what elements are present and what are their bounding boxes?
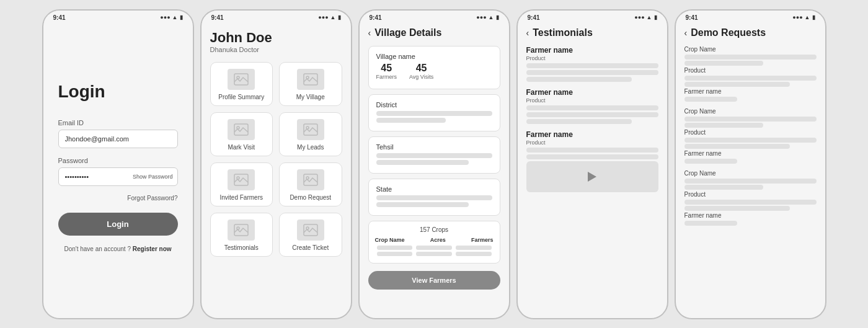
signal-icon-5: ●●● [792, 14, 802, 20]
farmer-name-3: Farmer name [526, 130, 658, 139]
avg-visits-count: 45 [416, 63, 427, 74]
village-stats: 45 Farmers 45 Avg Visits [376, 63, 492, 80]
acres-header: Acres [430, 237, 446, 243]
svg-point-11 [306, 177, 309, 179]
demo-item-2: Crop Name Product Farmer name [684, 108, 817, 164]
t2-bar-1 [526, 105, 658, 110]
view-farmers-button[interactable]: View Farmers [368, 271, 500, 290]
user-name: John Doe [210, 30, 342, 46]
testimonials-title: Testimonials [533, 27, 593, 38]
demo-farmer-bar-2 [684, 159, 737, 164]
village-name-label: Village name [376, 53, 492, 60]
time-2: 9:41 [211, 14, 224, 21]
tehsil-label: Tehsil [376, 143, 492, 151]
svg-point-13 [237, 227, 239, 229]
time-5: 9:41 [686, 14, 698, 21]
menu-label-markvisit: Mark Visit [228, 144, 255, 151]
forgot-password-link[interactable]: Forgot Password? [58, 195, 178, 202]
demo-product-label-1: Product [684, 67, 817, 74]
demo-farmer-label-3: Farmer name [684, 212, 817, 219]
demo-product-bar-1a [684, 76, 817, 81]
menu-item-profile[interactable]: Profile Summary [210, 62, 273, 106]
back-header-village: ‹ Village Details [368, 27, 500, 38]
crop-name-header: Crop Name [375, 237, 405, 243]
demo-product-bar-3b [684, 206, 790, 211]
signal-icon-3: ●●● [476, 14, 486, 20]
testimonial-2: Farmer name Product [526, 88, 658, 124]
time-4: 9:41 [528, 14, 540, 21]
village-title: Village Details [374, 27, 441, 38]
farmers-count: 45 [381, 63, 392, 74]
status-icons-1: ●●● ▲ ▮ [160, 14, 182, 20]
menu-label-farmers: Invited Farmers [220, 194, 263, 201]
state-card: State [368, 179, 500, 216]
menu-item-testimonials[interactable]: Testimonials [210, 213, 273, 257]
email-label: Email ID [58, 119, 178, 126]
village-screen: 9:41 ●●● ▲ ▮ ‹ Village Details Village n… [358, 9, 510, 319]
menu-icon-profile [228, 69, 255, 90]
menu-icon-leads [297, 119, 324, 140]
menu-item-demo[interactable]: Demo Request [279, 162, 342, 206]
password-wrapper: Show Password [58, 167, 178, 186]
back-arrow-testimonials[interactable]: ‹ [526, 28, 529, 38]
status-bar-3: 9:41 ●●● ▲ ▮ [360, 11, 509, 22]
t2-bar-2 [526, 112, 658, 117]
menu-icon-farmers [228, 169, 255, 190]
battery-icon-1: ▮ [180, 14, 183, 20]
crop-row-1 [375, 246, 494, 250]
crop-row-2 [375, 252, 494, 256]
menu-item-village[interactable]: My Village [279, 62, 342, 106]
state-bar-2 [376, 202, 469, 207]
menu-item-markvisit[interactable]: Mark Visit [210, 112, 273, 156]
demo-product-bar-3a [684, 200, 817, 205]
show-password-toggle[interactable]: Show Password [133, 174, 173, 180]
svg-point-5 [237, 126, 239, 129]
crop-cell-6 [456, 252, 492, 256]
menu-icon-village [297, 69, 324, 90]
register-link[interactable]: Register now [133, 246, 172, 252]
village-name-card: Village name 45 Farmers 45 Avg Visits [368, 46, 500, 89]
status-icons-5: ●●● ▲ ▮ [792, 14, 815, 20]
home-screen: 9:41 ●●● ▲ ▮ John Doe Dhanuka Doctor Pro… [200, 9, 352, 319]
state-bar-1 [376, 195, 492, 200]
menu-item-leads[interactable]: My Leads [279, 112, 342, 156]
testimonials-screen: 9:41 ●●● ▲ ▮ ‹ Testimonials Farmer name … [516, 9, 668, 319]
menu-grid: Profile Summary My Village Mark Visit [210, 62, 342, 257]
demo-item-3: Crop Name Product Farmer name [684, 170, 817, 226]
demo-crop-bar-2b [684, 123, 764, 128]
login-title: Login [58, 82, 178, 102]
menu-item-ticket[interactable]: Create Ticket [279, 213, 342, 257]
demo-farmer-bar-1 [684, 97, 737, 102]
login-content: Login Email ID Password Show Password Fo… [43, 22, 193, 312]
menu-item-farmers[interactable]: Invited Farmers [210, 162, 273, 206]
home-content: John Doe Dhanuka Doctor Profile Summary … [202, 22, 351, 312]
wifi-icon-1: ▲ [172, 14, 178, 20]
login-button[interactable]: Login [58, 213, 178, 236]
wifi-icon-5: ▲ [805, 14, 810, 20]
email-input[interactable] [58, 130, 178, 148]
status-icons-3: ●●● ▲ ▮ [476, 14, 498, 20]
testimonial-play-button[interactable] [526, 161, 658, 192]
signal-icon-1: ●●● [160, 14, 170, 20]
svg-point-9 [237, 177, 239, 179]
tehsil-bar-2 [376, 160, 469, 165]
menu-label-profile: Profile Summary [218, 94, 264, 100]
status-icons-2: ●●● ▲ ▮ [318, 14, 340, 20]
demo-farmer-label-2: Farmer name [684, 150, 817, 157]
demo-content: ‹ Demo Requests Crop Name Product Farmer… [676, 22, 825, 312]
svg-point-3 [306, 76, 309, 79]
back-arrow-village[interactable]: ‹ [368, 28, 371, 38]
time-3: 9:41 [370, 14, 382, 21]
product-label-1: Product [526, 55, 658, 61]
t3-bar-1 [526, 148, 658, 153]
product-label-3: Product [526, 140, 658, 146]
back-arrow-demo[interactable]: ‹ [684, 28, 688, 38]
crop-cell-1 [377, 246, 413, 250]
menu-label-ticket: Create Ticket [292, 244, 329, 251]
crop-cell-4 [377, 252, 413, 256]
status-icons-4: ●●● ▲ ▮ [634, 14, 657, 20]
status-bar-1: 9:41 ●●● ▲ ▮ [43, 11, 193, 22]
farmers-header: Farmers [471, 237, 494, 243]
signal-icon-2: ●●● [318, 14, 328, 20]
menu-label-testimonials: Testimonials [224, 244, 259, 251]
